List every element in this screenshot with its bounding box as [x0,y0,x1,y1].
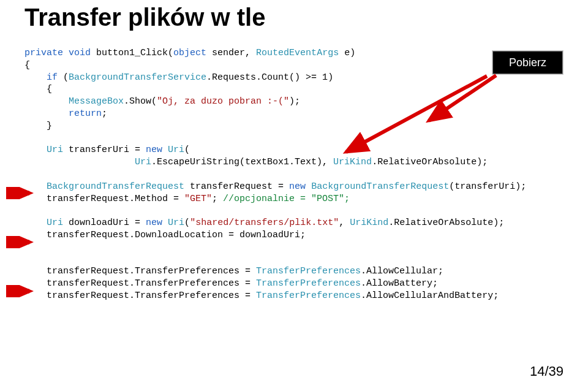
code-token: { [24,60,30,70]
code-token [24,218,47,228]
code-token [24,181,47,192]
code-token: BackgroundTransferService [69,72,206,83]
code-token: Uri [47,218,63,228]
code-token: Uri [47,145,63,155]
code-token: new [289,181,306,192]
code-token: ( [184,218,190,228]
code-token: if [47,72,58,83]
code-token: .EscapeUriString(textBox1.Text), [151,157,333,167]
code-block: private void button1_Click(object sender… [24,47,564,302]
code-token: transferRequest = [184,181,289,192]
code-token [24,72,47,83]
code-token: "GET" [184,194,212,204]
code-token [24,108,69,119]
code-token: void [69,48,91,58]
code-token: transferRequest.TransferPreferences = [24,266,256,276]
code-token: UriKind [350,218,388,228]
code-token: UriKind [333,157,372,167]
code-token: TransferPreferences [256,291,361,301]
pobierz-button[interactable]: Pobierz [492,50,564,75]
code-token: button1_Click( [91,48,173,58]
code-token [306,181,311,192]
code-token: "Oj, za duzo pobran :-(" [157,96,289,107]
code-token: return [69,108,102,119]
code-token: transferRequest.Method = [24,194,184,204]
code-token: RoutedEventArgs [256,48,339,58]
code-token: .RelativeOrAbsolute); [372,157,488,167]
code-token: sender, [206,48,256,58]
code-token: BackgroundTransferRequest [311,181,449,192]
code-token: private [24,48,63,58]
code-token: downloadUri = [63,218,146,228]
code-token: Uri [168,218,184,228]
code-token: e) [339,48,355,58]
code-token: transferRequest.TransferPreferences = [24,278,256,289]
code-token [24,157,135,167]
code-token: "shared/transfers/plik.txt" [190,218,339,228]
code-token: transferRequest.DownloadLocation = downl… [24,230,306,240]
code-token: transferRequest.TransferPreferences = [24,291,256,301]
code-token: , [339,218,350,228]
code-token: //opcjonalnie = "POST"; [223,194,350,204]
code-token [24,145,47,155]
code-token: .RelativeOrAbsolute); [388,218,504,228]
code-token: Uri [135,157,151,167]
code-token: ( [184,145,190,155]
code-token: ; [212,194,223,204]
code-token: .AllowCellularAndBattery; [361,291,499,301]
code-token: } [24,121,52,131]
code-token: Uri [168,145,184,155]
code-token: ); [289,96,300,107]
code-token: (transferUri); [449,181,526,192]
code-token: object [173,48,206,58]
code-token [162,145,168,155]
code-token: BackgroundTransferRequest [47,181,184,192]
code-token: ( [58,72,69,83]
code-token [24,96,69,107]
code-token: .Show( [124,96,157,107]
code-token: new [146,218,162,228]
code-token: TransferPreferences [256,278,361,289]
slide-title: Transfer plików w tle [24,4,564,31]
code-token: transferUri = [63,145,146,155]
code-token: TransferPreferences [256,266,361,276]
pobierz-button-label: Pobierz [509,56,546,69]
page-number: 14/39 [530,363,564,379]
code-token: .Requests.Count() >= 1) [206,72,333,83]
code-token: .AllowCellular; [361,266,443,276]
code-token: .AllowBattery; [361,278,438,289]
code-token: MessageBox [69,96,124,107]
code-token: new [146,145,162,155]
code-token: { [24,84,52,94]
code-token: ; [102,108,107,119]
code-token [162,218,168,228]
